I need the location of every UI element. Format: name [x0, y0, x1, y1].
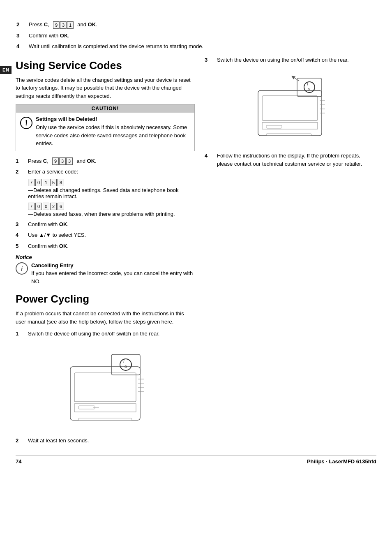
language-badge: EN	[0, 66, 12, 74]
service-codes-title: Using Service Codes	[16, 59, 195, 72]
svg-rect-26	[266, 125, 282, 128]
svg-line-20	[293, 77, 299, 81]
key-3: 3	[59, 157, 66, 165]
key-ok: OK	[88, 21, 96, 28]
svg-rect-27	[266, 134, 311, 135]
keypad-70158: 70158 —Deletes all changed settings. Sav…	[28, 179, 195, 199]
brand-name: Philips · LaserMFD 6135hfd	[307, 458, 376, 465]
caution-text-block: Settings will be Deleted! Only use the s…	[36, 116, 190, 148]
caution-body: ! Settings will be Deleted! Only use the…	[16, 113, 194, 151]
service-step-3: 3 Confirm with OK.	[16, 220, 195, 229]
power-step-2: 2 Wait at least ten seconds.	[16, 437, 195, 445]
notice-text-block: Cancelling Entry If you have entered the…	[31, 262, 195, 285]
key-1: 1	[67, 21, 74, 29]
service-step-5: 5 Confirm with OK.	[16, 242, 195, 250]
caution-title: Settings will be Deleted!	[36, 116, 190, 122]
main-content: Using Service Codes The service codes de…	[0, 56, 392, 448]
key-3b: 3	[66, 157, 73, 165]
step-number: 5	[16, 242, 28, 250]
key-ok: OK	[60, 32, 68, 39]
step-number: 1	[16, 157, 28, 165]
key-3: 3	[60, 21, 67, 29]
key-c: C	[43, 158, 47, 164]
code-desc-1: —Deletes all changed settings. Saved dat…	[28, 187, 195, 199]
key-2: 2	[50, 203, 57, 210]
step-number: 3	[205, 56, 217, 64]
service-step-4: 4 Use ▲/▼ to select YES.	[16, 231, 195, 239]
notice-desc: If you have entered the incorrect code, …	[31, 269, 195, 285]
step-content: Switch the device on using the on/off sw…	[217, 56, 377, 64]
keypad-931: 931	[53, 21, 74, 29]
page-number: 74	[16, 458, 21, 465]
step-content: Follow the instructions on the display. …	[217, 152, 377, 168]
caution-header: CAUTION!	[16, 104, 194, 113]
svg-text:o: o	[308, 87, 310, 91]
key-8: 8	[58, 179, 64, 186]
step-content: Press C, 933 and OK.	[28, 157, 195, 165]
step-number: 3	[16, 220, 28, 229]
step-number: 4	[16, 42, 29, 51]
top-steps-section: 2 Press C, 931 and OK. 3 Confirm with OK…	[0, 12, 392, 56]
top-step-3: 3 Confirm with OK.	[16, 32, 382, 40]
step-number: 1	[16, 330, 28, 338]
notice-label: Notice	[16, 254, 195, 260]
key-0: 0	[35, 179, 42, 186]
svg-text:o: o	[125, 364, 127, 369]
page: EN 2 Press C, 931 and OK. 3 Confirm with…	[0, 0, 392, 555]
key-c: C	[44, 21, 48, 28]
caution-box: CAUTION! ! Settings will be Deleted! Onl…	[16, 104, 195, 151]
step-content: Confirm with OK.	[28, 220, 195, 229]
svg-rect-1	[74, 373, 136, 402]
step-number: 3	[16, 32, 29, 40]
step-number: 4	[205, 152, 217, 168]
svg-text:I: I	[307, 82, 308, 86]
power-step-1: 1 Switch the device off using the on/off…	[16, 330, 195, 338]
power-cycling-section: Power Cycling If a problem occurs that c…	[16, 293, 195, 444]
service-codes-desc: The service codes delete all the changed…	[16, 76, 195, 100]
step-number: 2	[16, 168, 28, 176]
top-step-2: 2 Press C, 931 and OK.	[16, 21, 382, 29]
notice-inner: i Cancelling Entry If you have entered t…	[16, 262, 195, 285]
device-image-right: I o	[250, 68, 332, 146]
keypad-933: 933	[52, 157, 73, 165]
caution-text: Only use the service codes if this is ab…	[36, 123, 190, 148]
key-ok: OK	[59, 243, 67, 249]
notice-title: Cancelling Entry	[31, 262, 195, 268]
key-0b: 0	[35, 203, 42, 210]
right-step-3: 3 Switch the device on using the on/off …	[205, 56, 377, 64]
code-row-2: 70026 —Deletes saved faxes, when there a…	[28, 203, 195, 217]
key-5: 5	[50, 179, 57, 186]
svg-rect-15	[262, 96, 318, 120]
notice-block: Notice i Cancelling Entry If you have en…	[16, 254, 195, 285]
step-number: 4	[16, 231, 28, 239]
service-step-2: 2 Enter a service code:	[16, 168, 195, 176]
service-step-1: 1 Press C, 933 and OK.	[16, 157, 195, 165]
top-step-4: 4 Wait until calibration is completed an…	[16, 42, 382, 51]
step-content: Wait until calibration is completed and …	[29, 42, 382, 51]
caution-icon: !	[20, 117, 32, 129]
svg-rect-11	[78, 406, 95, 409]
key-9: 9	[53, 21, 60, 29]
key-ok: OK	[59, 221, 67, 227]
step-content: Enter a service code:	[28, 168, 195, 176]
key-0c: 0	[43, 203, 49, 210]
step-content: Wait at least ten seconds.	[28, 437, 195, 445]
power-cycling-desc: If a problem occurs that cannot be corre…	[16, 310, 195, 326]
key-1: 1	[43, 179, 49, 186]
left-column: Using Service Codes The service codes de…	[16, 56, 205, 448]
key-7b: 7	[28, 203, 35, 210]
step-number: 2	[16, 437, 28, 445]
code-row-1: 70158 —Deletes all changed settings. Sav…	[28, 179, 195, 199]
svg-text:I: I	[123, 359, 125, 363]
step-content: Switch the device off using the on/off s…	[28, 330, 195, 338]
step-number: 2	[16, 21, 29, 29]
key-7: 7	[28, 179, 35, 186]
key-6: 6	[58, 203, 64, 210]
device-image-left: I o	[58, 342, 152, 432]
key-ok: OK	[87, 158, 95, 164]
step-content: Confirm with OK.	[28, 242, 195, 250]
footer: 74 Philips · LaserMFD 6135hfd	[16, 456, 376, 465]
key-9: 9	[52, 157, 59, 165]
step-content: Confirm with OK.	[29, 32, 382, 40]
svg-rect-10	[74, 404, 136, 412]
